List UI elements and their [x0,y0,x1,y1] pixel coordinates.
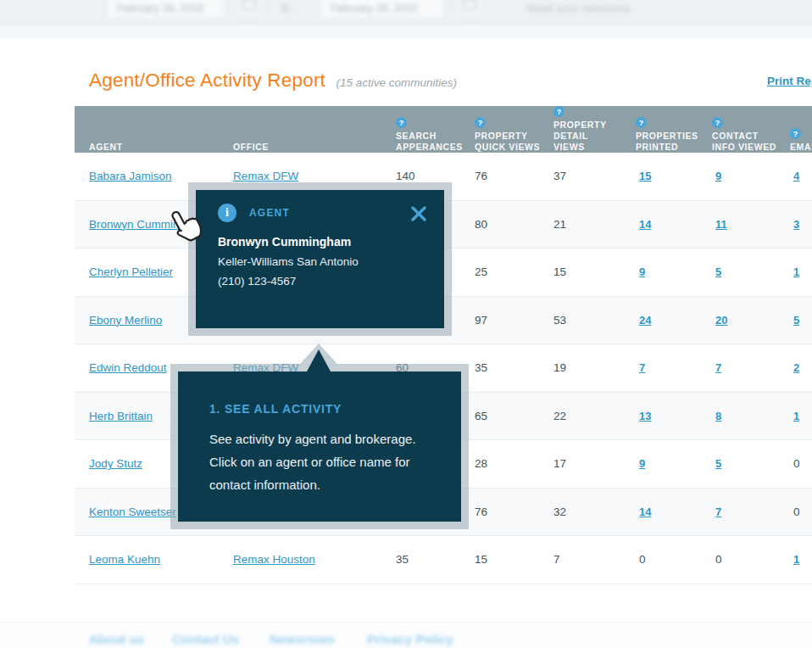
contact-viewed-cell-link[interactable]: 7 [715,361,721,374]
properties-printed-cell: 15 [636,170,712,182]
column-header: AGENT [75,106,233,159]
emails-sent-cell: 1 [790,553,812,566]
contact-viewed-cell: 5 [712,265,790,278]
agent-link[interactable]: Leoma Kuehn [89,553,160,566]
column-header-label: PROPERTY QUICK VIEWS [475,131,542,153]
page-title: Agent/Office Activity Report [89,70,325,91]
walkthrough-step-body: See activity by agent and brokerage. Cli… [209,427,441,496]
emails-sent-cell-link[interactable]: 5 [793,314,799,327]
cell-value: 35 [475,361,487,374]
properties-printed-cell-link[interactable]: 7 [639,361,645,374]
emails-sent-cell-link[interactable]: 1 [793,553,799,566]
cell-value: 32 [553,506,566,518]
contact-viewed-cell-link[interactable]: 9 [715,170,721,182]
help-icon[interactable]: ? [712,117,723,128]
contact-viewed-cell: 20 [712,314,790,327]
print-report-link[interactable]: Print Report [767,75,812,87]
cell-value: 140 [396,170,415,182]
contact-viewed-cell-link[interactable]: 7 [715,506,721,518]
contact-viewed-cell-link[interactable]: 5 [715,265,721,278]
agent-link[interactable]: Cherlyn Pelletier [89,265,173,278]
column-header: ?EMAILS SENT [790,106,812,159]
emails-sent-cell-link[interactable]: 1 [793,265,799,278]
cell-value: 53 [553,314,566,327]
close-icon[interactable] [410,205,427,226]
emails-sent-cell-link[interactable]: 4 [793,170,799,182]
column-header-label: OFFICE [233,142,269,153]
report-header: Agent/Office Activity Report (15 active … [89,70,457,92]
emails-sent-cell-link[interactable]: 3 [793,218,799,231]
date-from-input[interactable]: February 26, 2015 [106,0,225,19]
column-header: ?PROPERTY QUICK VIEWS [475,106,553,159]
properties-printed-cell: 7 [636,361,712,374]
office-link[interactable]: Remax DFW [233,170,298,182]
properties-printed-cell-link[interactable]: 13 [639,410,651,422]
footer-link-about-us[interactable]: About us [89,632,144,646]
contact-viewed-cell-link[interactable]: 11 [715,218,727,231]
contact-viewed-cell: 11 [712,218,790,231]
properties-printed-cell-link[interactable]: 9 [639,265,645,278]
quick-views-cell: 80 [475,218,553,231]
detail-views-cell: 32 [553,506,636,518]
agent-link[interactable]: Herb Brittain [89,410,153,422]
quick-views-cell: 25 [475,265,553,278]
cell-value: 37 [553,170,566,182]
column-header-label: EMAILS SENT [790,142,812,153]
emails-sent-cell: 3 [790,218,812,231]
column-header-label: CONTACT INFO VIEWED [712,131,780,153]
calendar-to-button[interactable] [455,0,484,19]
office-link[interactable]: Remax Houston [233,553,315,566]
footer-link-contact-us[interactable]: Contact Us [172,632,239,646]
agent-link[interactable]: Babara Jamison [89,170,172,182]
detail-views-cell: 22 [553,410,636,422]
quick-views-cell: 97 [475,314,553,327]
properties-printed-cell-link[interactable]: 14 [639,218,651,231]
detail-views-cell: 15 [553,265,636,278]
properties-printed-cell-link[interactable]: 9 [639,457,645,470]
agent-link[interactable]: Ebony Merlino [89,314,162,327]
footer-link-privacy-policy[interactable]: Privacy Policy [367,632,453,646]
properties-printed-cell: 24 [636,314,712,327]
contact-viewed-cell-link[interactable]: 8 [715,410,721,422]
cell-value: 19 [553,361,566,374]
date-range-to-label: to [281,3,290,14]
properties-printed-cell: 0 [636,553,712,566]
date-to-input[interactable]: February 26, 2015 [320,0,445,19]
cell-value: 15 [475,553,487,566]
agent-link[interactable]: Edwin Reddout [89,361,167,374]
column-header-label: PROPERTIES PRINTED [636,131,704,153]
help-icon[interactable]: ? [475,117,486,128]
column-header: ?CONTACT INFO VIEWED [712,106,790,159]
properties-printed-cell-link[interactable]: 15 [639,170,651,182]
emails-sent-cell-link[interactable]: 2 [793,361,799,374]
agent-link[interactable]: Kenton Sweetser [89,506,176,518]
contact-viewed-cell-link[interactable]: 20 [715,314,727,327]
quick-views-cell: 65 [475,410,553,422]
selections-dropdown[interactable]: Make your selections [527,2,631,14]
cell-value: 22 [553,410,566,422]
properties-printed-cell: 14 [636,218,712,231]
emails-sent-cell: 0 [790,457,812,470]
column-header-label: AGENT [89,142,123,153]
search-appearances-cell: 35 [396,553,475,566]
cell-value: 0 [639,553,646,566]
properties-printed-cell: 14 [636,506,712,518]
help-icon[interactable]: ? [553,106,565,117]
emails-sent-cell: 0 [790,506,812,518]
agent-tooltip-office: Keller-Williams San Antonio [218,252,444,271]
help-icon[interactable]: ? [396,117,407,128]
properties-printed-cell-link[interactable]: 14 [639,506,651,518]
agent-link[interactable]: Jody Stutz [89,457,142,470]
cell-value: 97 [475,314,487,327]
column-header: OFFICE [233,106,396,159]
agent-tooltip-name: Bronwyn Cummingham [218,232,444,252]
properties-printed-cell-link[interactable]: 24 [639,314,651,327]
help-icon[interactable]: ? [636,117,647,128]
emails-sent-cell-link[interactable]: 1 [793,410,799,422]
help-icon[interactable]: ? [790,128,801,139]
footer-link-newsroom[interactable]: Newsroom [270,632,335,646]
contact-viewed-cell: 9 [712,170,790,182]
calendar-from-button[interactable] [235,0,264,19]
calendar-icon [461,0,478,14]
contact-viewed-cell-link[interactable]: 5 [715,457,721,470]
